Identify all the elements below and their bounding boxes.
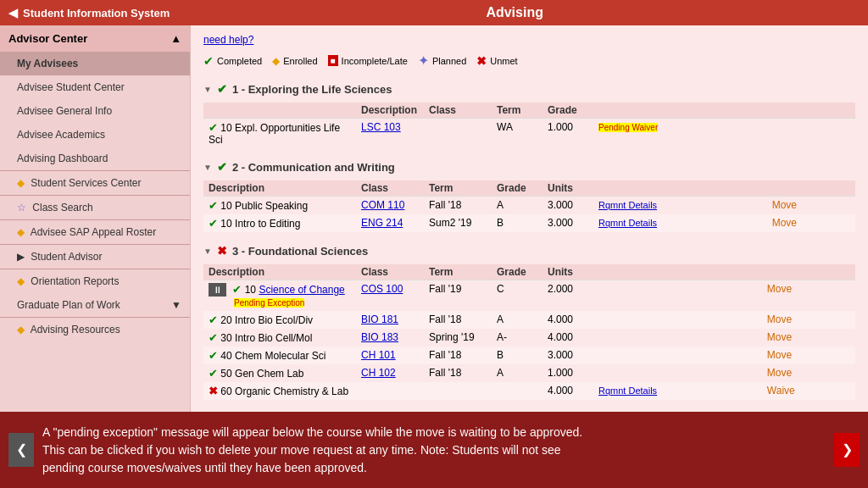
- section1-table: Description Class Term Grade ✔ 10 Expl. …: [203, 103, 855, 148]
- pending-exception-badge[interactable]: Pending Exception: [234, 298, 304, 308]
- row-term: Fall '18: [424, 197, 492, 215]
- legend-completed: ✔ Completed: [203, 54, 262, 68]
- completed-icon: ✔: [203, 54, 214, 68]
- sidebar-item-class-search[interactable]: ☆ Class Search: [0, 196, 190, 219]
- move-link[interactable]: Move: [767, 349, 792, 361]
- row-term: Fall '18: [424, 347, 492, 364]
- pause-button[interactable]: ⏸: [209, 283, 226, 297]
- s3-col-units: Units: [542, 264, 593, 280]
- sidebar-item-sap-appeal-roster[interactable]: ◆ Advisee SAP Appeal Roster: [0, 220, 190, 244]
- status-check-icon: ✔: [209, 331, 218, 344]
- rqmt-details-link[interactable]: Rqmnt Details: [598, 218, 657, 228]
- section1-status-icon: ✔: [217, 82, 227, 96]
- row-grade: C: [492, 280, 542, 312]
- row-cell: ✔ 50 Gen Chem Lab: [203, 364, 356, 382]
- move-link[interactable]: Move: [767, 313, 792, 325]
- incomplete-label: Incomplete/Late: [342, 56, 408, 66]
- sidebar-item-graduate-plan[interactable]: Graduate Plan of Work ▼: [0, 293, 190, 317]
- table-row: ✔ 20 Intro Bio Ecol/Div BIO 181 Fall '18…: [203, 311, 855, 329]
- s3-col-grade: Grade: [492, 264, 542, 280]
- status-check-icon: ✔: [232, 283, 242, 296]
- next-button[interactable]: ❯: [834, 433, 860, 467]
- course-link[interactable]: COM 110: [361, 199, 404, 211]
- table-row: ✔ 10 Expl. Opportunities Life Sci LSC 10…: [203, 119, 855, 149]
- graduate-plan-chevron: ▼: [171, 299, 181, 311]
- move-link[interactable]: Move: [772, 199, 797, 211]
- back-button[interactable]: ◀: [8, 6, 18, 19]
- move-link[interactable]: Move: [767, 283, 792, 295]
- row-term: Fall '18: [424, 364, 492, 382]
- row-desc: Organic Chemistry & Lab: [235, 385, 348, 397]
- row-grade: B: [492, 214, 542, 232]
- s3-col-rqmt: [593, 264, 762, 280]
- sidebar-item-my-advisees[interactable]: My Advisees: [0, 52, 190, 75]
- row-rqmt: [593, 311, 762, 329]
- row-num: 10: [220, 218, 231, 230]
- section2-toggle[interactable]: ▼: [203, 163, 212, 172]
- waive-link[interactable]: Waive: [767, 385, 795, 396]
- pending-waiver-badge[interactable]: Pending Waiver: [598, 123, 658, 132]
- legend: ✔ Completed ◆ Enrolled ■ Incomplete/Late…: [203, 53, 855, 69]
- row-grade: A: [492, 364, 542, 382]
- row-rqmt: [593, 329, 762, 347]
- sidebar-item-student-services-center[interactable]: ◆ Student Services Center: [0, 171, 190, 195]
- rqmt-details-link[interactable]: Rqmnt Details: [598, 200, 657, 210]
- sidebar-item-advisee-academics[interactable]: Advisee Academics: [0, 123, 190, 147]
- row-grade: [492, 382, 542, 400]
- status-check-icon: ✔: [209, 199, 218, 212]
- row-rqmt: [593, 364, 762, 382]
- course-link[interactable]: BIO 183: [361, 331, 398, 343]
- row-units: 3.000: [542, 197, 593, 215]
- row-cell: ⏸ ✔ 10 Science of Change Pending Excepti…: [203, 280, 356, 312]
- row-term: Fall '19: [424, 280, 492, 312]
- sidebar-label: Class Search: [32, 202, 92, 214]
- row-units: 3.000: [542, 214, 593, 232]
- row-grade: A: [492, 197, 542, 215]
- row-desc: Science of Change: [259, 284, 344, 296]
- course-link[interactable]: ENG 214: [361, 217, 403, 229]
- prev-button[interactable]: ❮: [8, 433, 34, 467]
- row-desc: Intro Bio Ecol/Div: [235, 314, 313, 326]
- row-num: 10: [245, 284, 256, 296]
- sidebar-item-student-advisor[interactable]: ▶ Student Advisor: [0, 245, 190, 269]
- course-link[interactable]: CH 101: [361, 349, 396, 361]
- table-row: ✔ 40 Chem Molecular Sci CH 101 Fall '18 …: [203, 347, 855, 364]
- section2-header: ▼ ✔ 2 - Communication and Writing: [203, 157, 855, 177]
- row-desc: Intro Bio Cell/Mol: [235, 332, 312, 344]
- course-link[interactable]: COS 100: [361, 283, 403, 295]
- system-name: Student Information System: [23, 7, 170, 19]
- section3-toggle[interactable]: ▼: [203, 247, 212, 256]
- row-units: 2.000: [542, 280, 593, 312]
- row-num: 60: [220, 385, 231, 397]
- advisor-center-label: Advisor Center: [8, 32, 87, 45]
- section2-title: 2 - Communication and Writing: [232, 161, 395, 174]
- course-link[interactable]: CH 102: [361, 367, 396, 379]
- sidebar-item-advising-dashboard[interactable]: Advising Dashboard: [0, 147, 190, 170]
- sidebar-item-advising-resources[interactable]: ◆ Advising Resources: [0, 318, 190, 341]
- sap-icon: ◆: [17, 226, 25, 238]
- row-rqmt: [593, 280, 762, 312]
- sidebar-item-reports[interactable]: ◆ Orientation Reports: [0, 269, 190, 293]
- sidebar-label: Student Services Center: [31, 177, 141, 189]
- table-row: ✔ 10 Public Speaking COM 110 Fall '18 A …: [203, 197, 855, 215]
- row-term: [424, 119, 492, 149]
- row-term: Sum2 '19: [424, 214, 492, 232]
- section2-table: Description Class Term Grade Units ✔ 10 …: [203, 180, 855, 232]
- row-grade: A: [492, 311, 542, 329]
- section1-toggle[interactable]: ▼: [203, 85, 212, 94]
- sidebar-item-advisee-general-info[interactable]: Advisee General Info: [0, 99, 190, 123]
- sidebar-item-advisee-student-center[interactable]: Advisee Student Center: [0, 75, 190, 99]
- course-link[interactable]: LSC 103: [361, 121, 401, 133]
- row-class: [356, 382, 424, 400]
- legend-planned: ✦ Planned: [418, 53, 466, 69]
- row-num: 50: [220, 368, 231, 380]
- s3-col-class: Class: [356, 264, 424, 280]
- rqmt-details-link[interactable]: Rqmnt Details: [598, 385, 657, 396]
- help-link[interactable]: need help?: [203, 34, 855, 46]
- move-link[interactable]: Move: [767, 367, 792, 379]
- course-link[interactable]: BIO 181: [361, 313, 398, 325]
- move-link[interactable]: Move: [767, 331, 792, 343]
- move-link[interactable]: Move: [772, 217, 797, 229]
- sidebar-section-advisor-center[interactable]: Advisor Center ▲: [0, 25, 190, 52]
- row-term: Spring '19: [424, 329, 492, 347]
